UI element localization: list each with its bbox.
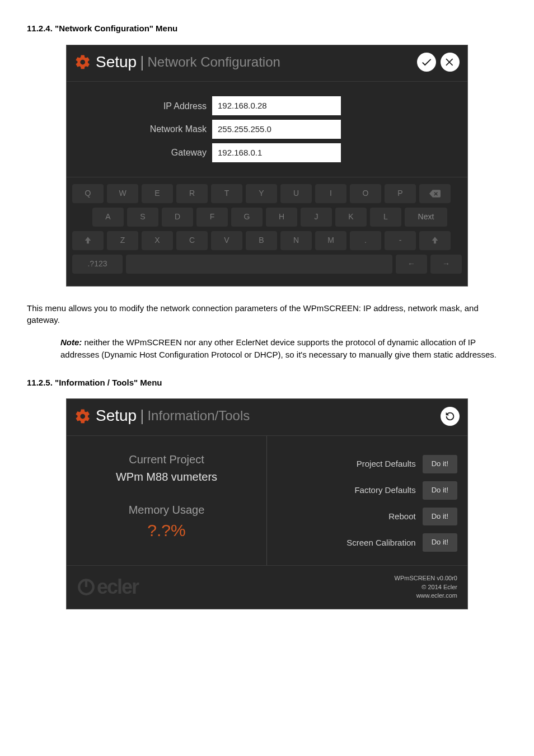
info-left-panel: Current Project WPm M88 vumeters Memory … xyxy=(67,436,267,565)
ip-address-label: IP Address xyxy=(67,100,212,112)
key-S[interactable]: S xyxy=(127,208,158,227)
network-mask-label: Network Mask xyxy=(67,123,212,135)
key-shift[interactable] xyxy=(72,231,104,250)
on-screen-keyboard: Q W E R T Y U I O P A S D F G H J K L Ne… xyxy=(67,177,467,286)
title-main: Setup xyxy=(96,51,137,74)
gateway-label: Gateway xyxy=(67,146,212,159)
gateway-input[interactable]: 192.168.0.1 xyxy=(212,143,341,162)
key-W[interactable]: W xyxy=(107,184,138,203)
back-button[interactable] xyxy=(441,407,460,426)
title-bar: Setup | Information/Tools xyxy=(67,399,467,436)
key-O[interactable]: O xyxy=(350,184,381,203)
cancel-button[interactable] xyxy=(441,53,460,72)
back-arrow-icon xyxy=(444,410,456,422)
note-text: neither the WPmSCREEN nor any other Ecle… xyxy=(60,337,496,359)
key-Z[interactable]: Z xyxy=(107,231,138,250)
key-P[interactable]: P xyxy=(385,184,416,203)
key-Q[interactable]: Q xyxy=(72,184,104,203)
network-mask-input[interactable]: 255.255.255.0 xyxy=(212,120,341,139)
info-footer: ecler WPmSCREEN v0.00r0 © 2014 Ecler www… xyxy=(67,565,467,608)
project-defaults-button[interactable]: Do it! xyxy=(423,455,457,473)
key-N[interactable]: N xyxy=(280,231,312,250)
info-right-panel: Project Defaults Do it! Factory Defaults… xyxy=(267,436,467,565)
backspace-icon xyxy=(429,190,441,198)
key-backspace[interactable] xyxy=(419,184,451,203)
key-M[interactable]: M xyxy=(315,231,346,250)
key-dot[interactable]: . xyxy=(350,231,381,250)
key-E[interactable]: E xyxy=(142,184,173,203)
section-heading-network: 11.2.4. "Network Configuration" Menu xyxy=(27,22,507,35)
key-right-arrow[interactable]: → xyxy=(430,255,462,274)
key-A[interactable]: A xyxy=(92,208,124,227)
current-project-label: Current Project xyxy=(72,452,261,468)
factory-defaults-label: Factory Defaults xyxy=(354,484,415,496)
title-main: Setup xyxy=(96,405,137,428)
key-space[interactable] xyxy=(126,255,392,274)
confirm-button[interactable] xyxy=(417,53,436,72)
title-bar: Setup | Network Configuration xyxy=(67,45,467,82)
title-separator: | xyxy=(140,405,144,428)
note-label: Note: xyxy=(60,337,82,347)
key-D[interactable]: D xyxy=(162,208,193,227)
ecler-logo: ecler xyxy=(77,572,138,602)
key-R[interactable]: R xyxy=(176,184,208,203)
current-project-value: WPm M88 vumeters xyxy=(72,469,261,485)
key-T[interactable]: T xyxy=(211,184,242,203)
gear-icon xyxy=(74,408,91,425)
key-L[interactable]: L xyxy=(370,208,401,227)
title-separator: | xyxy=(140,51,144,74)
key-V[interactable]: V xyxy=(211,231,242,250)
reboot-button[interactable]: Do it! xyxy=(423,508,457,526)
version-text: WPmSCREEN v0.00r0 xyxy=(395,574,457,583)
screen-calibration-button[interactable]: Do it! xyxy=(423,533,457,552)
key-K[interactable]: K xyxy=(335,208,367,227)
paragraph-network-desc: This menu allows you to modify the netwo… xyxy=(27,302,507,327)
key-F[interactable]: F xyxy=(196,208,228,227)
memory-usage-label: Memory Usage xyxy=(72,502,261,518)
key-C[interactable]: C xyxy=(176,231,208,250)
gear-icon xyxy=(74,54,91,71)
shift-up-icon xyxy=(430,236,439,245)
screenshot-network-config: Setup | Network Configuration IP Address… xyxy=(66,45,468,287)
copyright-text: © 2014 Ecler xyxy=(395,583,457,591)
key-G[interactable]: G xyxy=(231,208,263,227)
project-defaults-label: Project Defaults xyxy=(357,458,416,470)
key-B[interactable]: B xyxy=(246,231,277,250)
note-block: Note: neither the WPmSCREEN nor any othe… xyxy=(27,336,507,361)
key-J[interactable]: J xyxy=(301,208,332,227)
section-heading-info-tools: 11.2.5. "Information / Tools" Menu xyxy=(27,377,507,389)
svg-rect-1 xyxy=(85,579,87,587)
power-icon xyxy=(77,577,96,597)
reboot-label: Reboot xyxy=(388,510,415,523)
key-H[interactable]: H xyxy=(266,208,297,227)
key-Y[interactable]: Y xyxy=(246,184,277,203)
key-I[interactable]: I xyxy=(315,184,346,203)
memory-usage-value: ?.?% xyxy=(72,518,261,543)
key-U[interactable]: U xyxy=(280,184,312,203)
close-icon xyxy=(444,57,456,68)
check-icon xyxy=(420,56,433,68)
key-shift-right[interactable] xyxy=(419,231,451,250)
key-next[interactable]: Next xyxy=(405,208,447,227)
network-fields: IP Address 192.168.0.28 Network Mask 255… xyxy=(67,82,467,177)
title-sub: Network Configuration xyxy=(147,53,280,72)
shift-up-icon xyxy=(83,236,92,245)
key-left-arrow[interactable]: ← xyxy=(396,255,427,274)
key-X[interactable]: X xyxy=(142,231,173,250)
ecler-logo-text: ecler xyxy=(97,572,138,602)
title-sub: Information/Tools xyxy=(147,406,250,426)
screen-calibration-label: Screen Calibration xyxy=(346,537,415,549)
key-mode[interactable]: .?123 xyxy=(72,255,123,274)
screenshot-info-tools: Setup | Information/Tools Current Projec… xyxy=(66,398,468,609)
ip-address-input[interactable]: 192.168.0.28 xyxy=(212,96,341,115)
url-text: www.ecler.com xyxy=(395,591,457,600)
factory-defaults-button[interactable]: Do it! xyxy=(423,481,457,500)
key-dash[interactable]: - xyxy=(385,231,416,250)
